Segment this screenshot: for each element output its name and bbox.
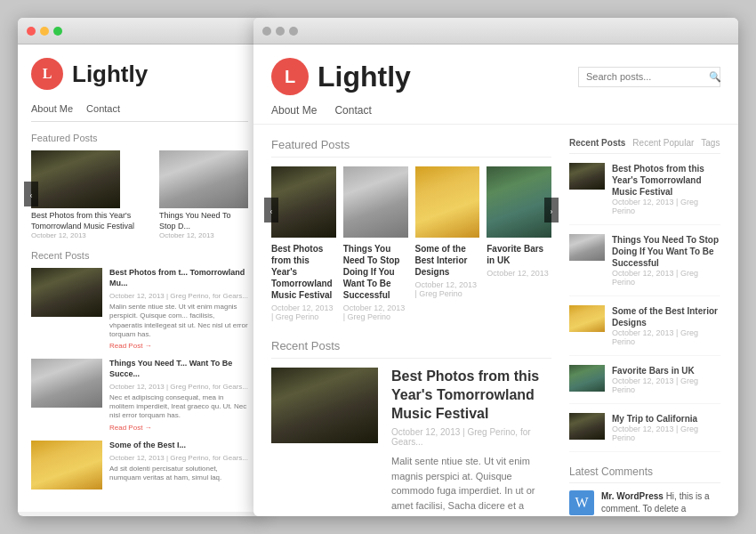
site-header-top: L Lightly 🔍 [271,58,720,95]
left-recent-excerpt-0: Malin sente ntiue ste. Ut vit enim magni… [109,303,248,340]
sidebar-post-0: Best Photos from this Year's Tomorrowlan… [569,163,720,225]
sidebar-tab-tags[interactable]: Tags [701,138,720,148]
browser-titlebar-left [18,18,262,44]
featured-section-title: Featured Posts [271,138,551,158]
featured-grid: ‹ › Best Photos from this Year's Tomorro… [271,166,551,321]
left-recent-text-1: Things You Need T... Want To Be Succe...… [109,359,248,432]
left-recent-img-2 [31,441,102,490]
content-primary: Featured Posts ‹ › Best Photos from this… [271,138,551,516]
featured-carousel-left[interactable]: ‹ [264,198,278,222]
featured-carousel-right[interactable]: › [544,198,559,222]
latest-comments-section: Latest Comments W Mr. WordPress Hi, this… [569,465,720,516]
featured-img-1 [343,166,408,238]
site-logo-circle: L [271,58,309,95]
nav-contact[interactable]: Contact [334,104,371,124]
comment-author-0: Mr. WordPress [601,491,664,501]
left-read-more-0[interactable]: Read Post → [109,342,248,350]
featured-title-1: Things You Need To Stop Doing If You Wan… [343,243,408,301]
left-recent-text-0: Best Photos from t... Tomorrowland Mu...… [109,268,248,350]
left-recent-excerpt-2: Ad sit dolenti percisatur solutionet, nu… [109,465,248,483]
left-recent-title-1: Things You Need T... Want To Be Succe... [109,359,248,379]
sidebar-post-img-4 [569,413,605,440]
search-input[interactable] [586,71,709,82]
featured-meta-3: October 12, 2013 [487,269,551,278]
site-search-box[interactable]: 🔍 [578,67,720,87]
left-nav-about[interactable]: About Me [31,103,73,114]
dot-2 [276,27,285,36]
comment-avatar-0: W [569,490,594,515]
featured-meta-0: October 12, 2013 | Greg Perino [271,303,336,321]
sidebar-post-meta-3: October 12, 2013 | Greg Perino [612,376,720,394]
sidebar-post-img-0 [569,163,605,190]
left-recent-text-2: Some of the Best I... October 12, 2013 |… [109,441,248,490]
sidebar-post-text-2: Some of the Best Interior Designs Octobe… [612,305,720,346]
left-recent-meta-2: October 12, 2013 | Greg Perino, for Gear… [109,454,248,462]
featured-item-0: Best Photos from this Year's Tomorrowlan… [271,166,336,321]
left-logo-circle: L [31,58,63,90]
search-icon: 🔍 [709,71,721,83]
sidebar-recent-posts: Best Photos from this Year's Tomorrowlan… [569,163,720,452]
left-featured-img-1 [159,150,248,208]
left-recent-title-0: Best Photos from t... Tomorrowland Mu... [109,268,248,288]
left-logo-text: Lightly [72,61,148,88]
left-recent-title-2: Some of the Best I... [109,441,248,451]
featured-posts-section: Featured Posts ‹ › Best Photos from this… [271,138,551,321]
browser-dots-right [262,27,298,36]
featured-title-3: Favorite Bars in UK [487,243,551,266]
left-featured-date-1: October 12, 2013 [159,231,248,239]
featured-item-1: Things You Need To Stop Doing If You Wan… [343,166,408,321]
site-logo-text: Lightly [318,61,411,93]
sidebar-post-img-2 [569,305,605,332]
featured-meta-1: October 12, 2013 | Greg Perino [343,303,408,321]
right-panel-content: L Lightly 🔍 About Me Contact [253,44,738,516]
featured-item-3: Favorite Bars in UK October 12, 2013 [487,166,551,321]
sidebar-post-meta-0: October 12, 2013 | Greg Perino [612,198,720,215]
featured-title-2: Some of the Best Interior Designs [415,243,480,278]
recent-post-meta-0: October 12, 2013 | Greg Perino, for Gear… [391,427,551,447]
left-featured-caption-1: Things You Need To Stop D... [159,211,248,231]
sidebar-post-title-0: Best Photos from this Year's Tomorrowlan… [612,163,720,198]
sidebar-post-title-3: Favorite Bars in UK [612,365,720,376]
close-dot [27,27,36,36]
left-featured-caption-0: Best Photos from this Year's Tomorrowlan… [31,211,154,231]
sidebar-post-text-1: Things You Need To Stop Doing If You Wan… [612,234,720,287]
sidebar-post-4: My Trip to California October 12, 2013 |… [569,413,720,452]
sidebar-tabs: Recent Posts Recent Popular Tags [569,138,720,154]
left-recent-meta-0: October 12, 2013 | Greg Perino, for Gear… [109,292,248,300]
left-recent-excerpt-1: Nec et adipiscing consequat, mea in moli… [109,393,248,421]
browser-titlebar-right [253,18,738,44]
left-read-more-1[interactable]: Read Post → [109,424,248,432]
sidebar-post-meta-1: October 12, 2013 | Greg Perino [612,269,720,287]
recent-section-title: Recent Posts [271,339,551,359]
featured-item-2: Some of the Best Interior Designs Octobe… [415,166,480,321]
recent-post-img-0 [271,368,378,443]
main-content: Featured Posts ‹ › Best Photos from this… [253,125,738,516]
sidebar-post-title-1: Things You Need To Stop Doing If You Wan… [612,234,720,269]
sidebar-post-meta-4: October 12, 2013 | Greg Perino [612,425,720,442]
nav-about[interactable]: About Me [271,104,317,124]
left-featured-grid: ‹ Best Photos from this Year's Tomorrowl… [31,150,248,239]
comment-text-0: Mr. WordPress Hi, this is a comment. To … [601,490,720,516]
dot-1 [262,27,271,36]
sidebar-tab-recent[interactable]: Recent Posts [569,138,625,148]
left-panel-content: L Lightly About Me Contact Featured Post… [18,44,262,512]
left-featured-item-0: Best Photos from this Year's Tomorrowlan… [31,150,154,239]
left-browser-window: L Lightly About Me Contact Featured Post… [18,18,262,516]
featured-img-3 [487,166,551,238]
sidebar-tab-popular[interactable]: Recent Popular [632,138,694,148]
site-header: L Lightly 🔍 About Me Contact [253,44,738,125]
sidebar-post-title-2: Some of the Best Interior Designs [612,305,720,328]
browser-dots-left [27,27,62,36]
sidebar-post-text-0: Best Photos from this Year's Tomorrowlan… [612,163,720,215]
sidebar-post-img-3 [569,365,605,392]
latest-comments-title: Latest Comments [569,465,720,483]
site-nav: About Me Contact [271,104,720,124]
site-logo: L Lightly [271,58,411,95]
recent-post-excerpt-0: Malit sente ntiue ste. Ut vit enim magni… [391,454,551,516]
left-nav-contact[interactable]: Contact [86,103,120,114]
sidebar-post-3: Favorite Bars in UK October 12, 2013 | G… [569,365,720,404]
sidebar-post-text-3: Favorite Bars in UK October 12, 2013 | G… [612,365,720,394]
left-featured-date-0: October 12, 2013 [31,231,154,239]
left-carousel-arrow-left[interactable]: ‹ [24,182,38,206]
sidebar-post-text-4: My Trip to California October 12, 2013 |… [612,413,720,442]
